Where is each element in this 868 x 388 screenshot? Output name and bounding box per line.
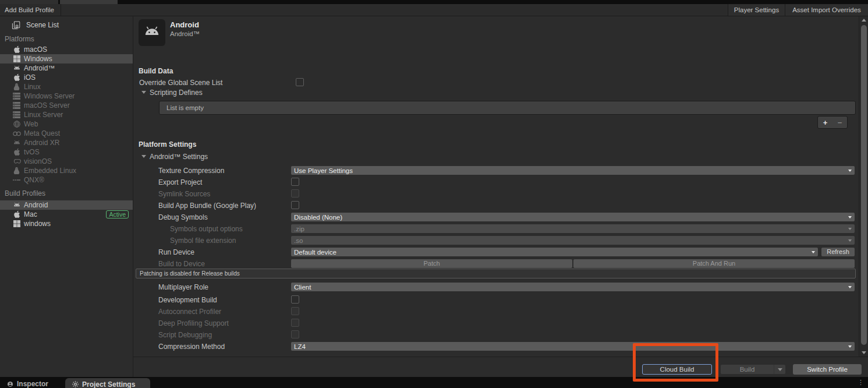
asset-import-overrides-button[interactable]: Asset Import Overrides (785, 4, 868, 16)
vertical-scrollbar[interactable] (859, 16, 868, 357)
sidebar-item-label: iOS (24, 73, 36, 82)
android-icon (143, 26, 161, 40)
autoconnect-profiler-label: Autoconnect Profiler (158, 306, 221, 318)
patch-warning-box: Patching is disabled for Release builds (136, 269, 856, 278)
build-app-bundle-checkbox[interactable] (291, 201, 299, 209)
debug-symbols-dropdown[interactable]: Disabled (None) (291, 213, 855, 221)
dropdown-value: Disabled (None) (294, 214, 342, 221)
apple-icon (12, 45, 21, 54)
windows-icon (12, 55, 21, 62)
qnx-icon (12, 178, 21, 182)
sidebar: Scene List Platforms macOSWindowsAndroid… (0, 16, 133, 377)
sidebar-item-label: Mac (24, 210, 37, 218)
platforms-header: Platforms (5, 35, 34, 43)
sidebar-item-ios[interactable]: iOS (0, 73, 133, 82)
foldout-triangle-icon (141, 155, 146, 158)
sidebar-item-macos-server[interactable]: macOS Server (0, 101, 133, 110)
multiplayer-role-dropdown[interactable]: Client (291, 283, 855, 291)
profile-subtitle: Android™ (170, 30, 200, 37)
script-debugging-label: Script Debugging (158, 329, 212, 341)
sidebar-item-label: QNX® (24, 176, 44, 184)
patch-and-run-button: Patch And Run (573, 259, 855, 268)
cloud-build-button[interactable]: Cloud Build (642, 364, 712, 375)
panel-menu-icon[interactable]: ⋮ (858, 379, 864, 386)
sidebar-item-linux[interactable]: Linux (0, 82, 133, 91)
footer-divider (133, 357, 868, 357)
scene-list-icon (11, 21, 20, 30)
gear-icon (72, 381, 79, 387)
scrollbar-thumb[interactable] (861, 25, 867, 345)
run-device-label: Run Device (158, 246, 194, 258)
symlink-sources-label: Symlink Sources (158, 188, 210, 200)
override-global-scene-list-checkbox[interactable] (296, 78, 304, 86)
list-add-remove-controls: + − (817, 116, 848, 129)
development-build-checkbox[interactable] (291, 295, 299, 304)
sidebar-item-label: tvOS (24, 148, 40, 156)
linux-icon (12, 83, 21, 91)
remove-item-button[interactable]: − (838, 118, 842, 127)
sidebar-item-meta-quest[interactable]: Meta Quest (0, 129, 133, 138)
compression-method-dropdown[interactable]: LZ4 (291, 342, 855, 351)
dropdown-arrow-icon (848, 239, 852, 242)
dropdown-value: Default device (294, 249, 336, 256)
refresh-button[interactable]: Refresh (821, 248, 855, 256)
tab-add-build-profile[interactable]: Add Build Profile (0, 4, 61, 16)
sidebar-item-label: macOS Server (24, 101, 70, 110)
build-profile-item-mac[interactable]: MacActive (0, 210, 133, 219)
run-device-dropdown[interactable]: Default device (291, 248, 818, 256)
sidebar-item-visionos[interactable]: visionOS (0, 157, 133, 166)
build-profile-list: AndroidMacActivewindows (0, 200, 133, 228)
top-window-strip (0, 0, 868, 4)
player-settings-button[interactable]: Player Settings (728, 4, 785, 16)
sidebar-item-tvos[interactable]: tvOS (0, 147, 133, 157)
sidebar-item-web[interactable]: Web (0, 119, 133, 129)
build-app-bundle-label: Build App Bundle (Google Play) (158, 200, 256, 211)
build-profile-item-windows[interactable]: windows (0, 219, 133, 228)
sidebar-item-label: Linux (24, 83, 41, 91)
sidebar-item-windows-server[interactable]: Windows Server (0, 91, 133, 101)
build-to-device-label: Build to Device (158, 258, 205, 270)
symbol-file-extension-dropdown: .so (291, 236, 855, 245)
build-button: Build (720, 364, 786, 375)
dropdown-arrow-icon (848, 228, 852, 230)
multiplayer-role-label: Multiplayer Role (158, 281, 208, 293)
add-item-button[interactable]: + (823, 118, 828, 127)
export-project-checkbox[interactable] (291, 178, 299, 186)
android-icon (12, 65, 21, 72)
sidebar-item-windows[interactable]: Windows (0, 54, 133, 64)
scroll-down-arrow-icon[interactable] (859, 351, 868, 354)
scene-list-label: Scene List (26, 21, 59, 29)
scripting-defines-list[interactable]: List is empty (159, 101, 856, 115)
sidebar-item-label: windows (24, 220, 51, 228)
export-project-label: Export Project (158, 177, 202, 188)
scroll-up-arrow-icon[interactable] (859, 19, 868, 22)
symlink-sources-checkbox (291, 189, 299, 197)
cropped-tab (60, 0, 118, 4)
sidebar-item-android-xr[interactable]: Android XR (0, 138, 133, 147)
scripting-defines-label: Scripting Defines (150, 89, 203, 97)
build-profile-item-android[interactable]: Android (0, 200, 133, 210)
deep-profiling-support-checkbox (291, 319, 299, 327)
platform-settings-section-header: Platform Settings (139, 140, 196, 149)
texture-compression-dropdown[interactable]: Use Player Settings (291, 166, 855, 175)
sidebar-item-linux-server[interactable]: Linux Server (0, 110, 133, 119)
sidebar-item-qnx[interactable]: QNX® (0, 175, 133, 185)
sidebar-item-android[interactable]: Android™ (0, 64, 133, 73)
scripting-defines-foldout[interactable]: Scripting Defines (141, 89, 203, 97)
sidebar-item-label: macOS (24, 45, 47, 54)
tab-project-settings[interactable]: Project Settings (65, 378, 150, 388)
cropped-tab (0, 0, 58, 4)
sidebar-item-label: Linux Server (24, 111, 63, 119)
autoconnect-profiler-checkbox (291, 307, 299, 315)
switch-profile-button[interactable]: Switch Profile (793, 364, 862, 375)
android-platform-tile (139, 19, 165, 46)
android-icon (12, 202, 21, 209)
profile-details-panel: Android Android™ Build Data Override Glo… (133, 16, 868, 377)
sidebar-item-macos[interactable]: macOS (0, 45, 133, 54)
sidebar-item-embedded-linux[interactable]: Embedded Linux (0, 166, 133, 175)
android-settings-foldout[interactable]: Android™ Settings (141, 153, 208, 161)
tab-inspector[interactable]: Inspector (7, 380, 48, 388)
sidebar-item-scene-list[interactable]: Scene List (0, 20, 133, 30)
debug-symbols-label: Debug Symbols (158, 211, 208, 223)
server-icon (12, 93, 21, 100)
